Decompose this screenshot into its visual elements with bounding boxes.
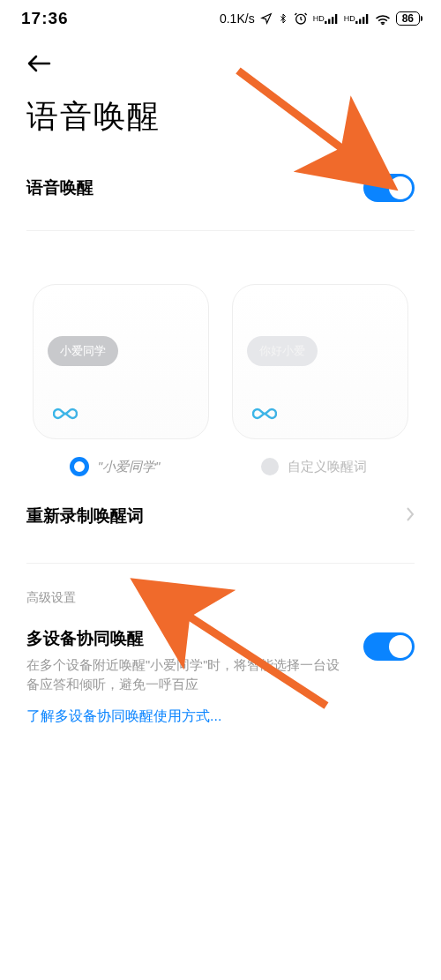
- page-title: 语音唤醒: [0, 85, 441, 163]
- wake-word-radios: "小爱同学" 自定义唤醒词: [0, 439, 441, 480]
- svg-rect-3: [332, 17, 333, 24]
- multi-device-desc: 在多个设备附近唤醒"小爱同学"时，将智能选择一台设备应答和倾听，避免一呼百应: [26, 655, 353, 695]
- location-icon: [260, 12, 273, 25]
- learn-more-link[interactable]: 了解多设备协同唤醒使用方式...: [0, 695, 441, 738]
- radio-on-icon: [70, 457, 89, 476]
- bluetooth-icon: [278, 11, 288, 26]
- wake-card-default[interactable]: 小爱同学: [33, 284, 209, 439]
- status-right: 0.1K/s HD HD 86: [220, 11, 420, 26]
- svg-point-9: [382, 24, 384, 25]
- radio-off-icon: [261, 458, 279, 475]
- radio-custom-label: 自定义唤醒词: [288, 459, 367, 475]
- svg-rect-6: [359, 19, 361, 24]
- status-time: 17:36: [21, 9, 69, 28]
- svg-rect-8: [366, 14, 368, 24]
- re-record-label: 重新录制唤醒词: [26, 505, 144, 527]
- chevron-right-icon: [406, 505, 415, 527]
- bubble-custom: 你好小爱: [247, 336, 318, 366]
- svg-rect-2: [328, 19, 330, 24]
- back-button[interactable]: [0, 34, 441, 85]
- svg-rect-5: [355, 20, 357, 23]
- voice-wake-label: 语音唤醒: [26, 176, 93, 199]
- multi-device-toggle[interactable]: [363, 632, 415, 661]
- re-record-row[interactable]: 重新录制唤醒词: [0, 480, 441, 545]
- signal-icon-1: HD: [313, 14, 339, 24]
- signal-icon-2: HD: [344, 14, 370, 24]
- infinity-icon: [252, 407, 277, 424]
- advanced-header: 高级设置: [0, 564, 441, 615]
- wake-card-custom[interactable]: 你好小爱: [232, 284, 408, 439]
- wifi-icon: [375, 12, 391, 25]
- multi-device-title: 多设备协同唤醒: [26, 627, 353, 650]
- back-arrow-icon: [26, 53, 51, 74]
- alarm-icon: [294, 11, 308, 26]
- radio-default-label: "小爱同学": [98, 459, 161, 475]
- svg-rect-1: [325, 20, 326, 23]
- battery-icon: 86: [396, 11, 420, 26]
- bubble-default: 小爱同学: [48, 336, 118, 366]
- status-speed: 0.1K/s: [220, 11, 255, 26]
- svg-rect-4: [335, 14, 337, 24]
- multi-device-row: 多设备协同唤醒 在多个设备附近唤醒"小爱同学"时，将智能选择一台设备应答和倾听，…: [0, 615, 441, 695]
- radio-default[interactable]: "小爱同学": [26, 457, 203, 476]
- status-bar: 17:36 0.1K/s HD HD 86: [0, 0, 441, 34]
- voice-wake-row: 语音唤醒: [0, 163, 441, 213]
- svg-rect-7: [363, 17, 364, 24]
- voice-wake-toggle[interactable]: [363, 174, 415, 202]
- radio-custom[interactable]: 自定义唤醒词: [226, 457, 402, 476]
- wake-word-cards: 小爱同学 你好小爱: [0, 231, 441, 439]
- infinity-icon: [53, 407, 78, 424]
